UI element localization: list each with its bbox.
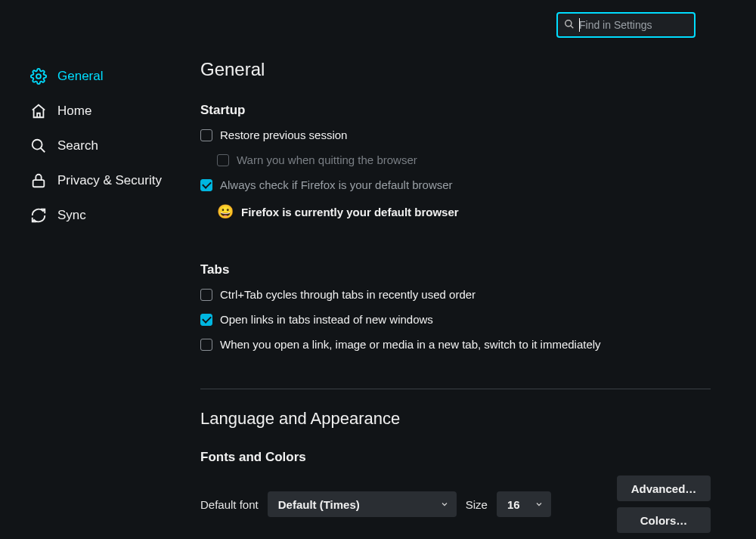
button-label: Colors…	[640, 514, 688, 527]
sidebar-item-label: Search	[57, 138, 98, 153]
select-value: Default (Times)	[278, 498, 360, 511]
settings-content: General Startup Restore previous session…	[200, 59, 711, 539]
colors-button[interactable]: Colors…	[617, 507, 711, 533]
sidebar-item-home[interactable]: Home	[30, 94, 181, 129]
default-font-label: Default font	[200, 498, 259, 511]
gear-icon	[30, 68, 47, 85]
restore-session-row[interactable]: Restore previous session	[200, 129, 711, 141]
search-icon	[30, 138, 47, 154]
text-cursor	[579, 18, 580, 32]
size-label: Size	[466, 498, 488, 511]
button-label: Advanced…	[631, 482, 697, 495]
checkbox-label: Open links in tabs instead of new window…	[220, 313, 433, 326]
checkbox-always-check-default[interactable]	[200, 179, 212, 191]
default-browser-status: 😀 Firefox is currently your default brow…	[217, 203, 711, 220]
switch-immediately-row[interactable]: When you open a link, image or media in …	[200, 338, 711, 351]
checkbox-open-links-tabs[interactable]	[200, 314, 212, 326]
section-title-startup: Startup	[200, 103, 711, 118]
checkbox-label: Always check if Firefox is your default …	[220, 178, 453, 191]
sidebar-item-label: Home	[57, 104, 91, 119]
section-title-tabs: Tabs	[200, 262, 711, 277]
page-title: General	[200, 59, 711, 80]
default-font-row: Default font Default (Times) Size 16 Adv…	[200, 475, 711, 533]
sidebar-item-label: Privacy & Security	[57, 173, 162, 188]
open-links-tabs-row[interactable]: Open links in tabs instead of new window…	[200, 313, 711, 326]
always-check-default-row[interactable]: Always check if Firefox is your default …	[200, 178, 711, 191]
svg-line-4	[41, 148, 45, 153]
warn-quit-row: Warn you when quitting the browser	[217, 153, 711, 166]
checkbox-label: Restore previous session	[220, 129, 347, 141]
checkbox-warn-quit	[217, 154, 229, 166]
sidebar-item-label: General	[57, 69, 103, 84]
chevron-down-icon	[534, 498, 544, 511]
section-divider	[200, 389, 711, 389]
section-title-language-appearance: Language and Appearance	[200, 409, 711, 429]
sync-icon	[30, 207, 47, 224]
svg-point-3	[33, 140, 42, 150]
svg-point-2	[36, 74, 41, 79]
checkbox-ctrl-tab[interactable]	[200, 289, 212, 301]
section-title-fonts-colors: Fonts and Colors	[200, 450, 711, 465]
select-value: 16	[507, 498, 520, 511]
sidebar-item-search[interactable]: Search	[30, 129, 181, 163]
settings-search-input[interactable]	[579, 19, 688, 31]
settings-search[interactable]	[556, 12, 696, 38]
default-font-select[interactable]: Default (Times)	[268, 491, 457, 517]
lock-icon	[30, 172, 47, 189]
checkbox-label: When you open a link, image or media in …	[220, 338, 601, 351]
font-size-select[interactable]: 16	[497, 491, 551, 517]
ctrl-tab-row[interactable]: Ctrl+Tab cycles through tabs in recently…	[200, 288, 711, 301]
svg-point-0	[565, 20, 572, 26]
checkbox-label: Warn you when quitting the browser	[237, 153, 417, 166]
smile-icon: 😀	[217, 203, 234, 220]
home-icon	[30, 103, 47, 119]
sidebar-item-label: Sync	[57, 208, 86, 223]
sidebar-item-sync[interactable]: Sync	[30, 198, 181, 233]
advanced-fonts-button[interactable]: Advanced…	[617, 475, 711, 501]
sidebar-item-privacy[interactable]: Privacy & Security	[30, 163, 181, 198]
sidebar-item-general[interactable]: General	[30, 59, 181, 94]
chevron-down-icon	[440, 498, 449, 511]
checkbox-restore-session[interactable]	[200, 129, 212, 141]
svg-line-1	[571, 25, 574, 28]
svg-rect-5	[33, 180, 45, 187]
checkbox-label: Ctrl+Tab cycles through tabs in recently…	[220, 288, 476, 301]
checkbox-switch-immediately[interactable]	[200, 339, 212, 351]
settings-sidebar: General Home Search Privacy & Security	[30, 59, 181, 233]
status-text: Firefox is currently your default browse…	[241, 206, 459, 218]
search-icon	[564, 19, 575, 32]
